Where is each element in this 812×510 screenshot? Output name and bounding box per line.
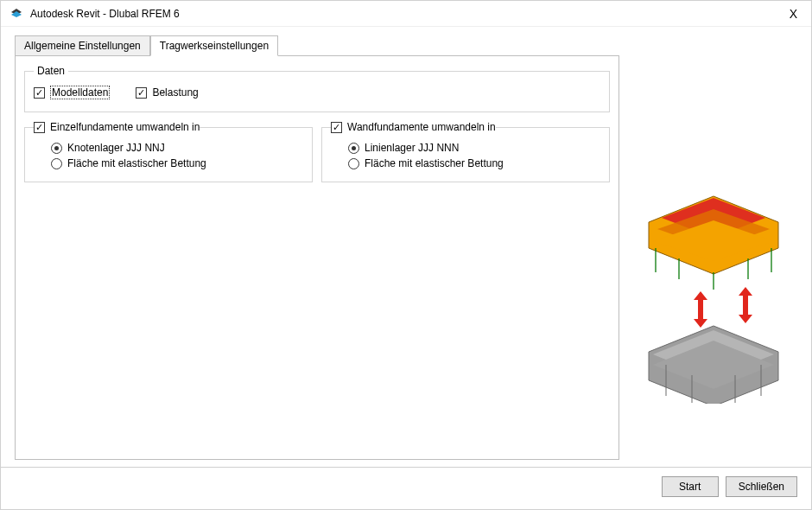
dialog-footer: Start Schließen: [1, 467, 811, 509]
radio-wall-line-label: Linienlager JJJ NNN: [365, 142, 459, 154]
radio-single-nodal[interactable]: Knotenlager JJJ NNJ: [51, 142, 303, 154]
titlebar: Autodesk Revit - Dlubal RFEM 6 X: [1, 1, 811, 27]
checkbox-loading-box: [136, 87, 147, 99]
group-wall-foundations: Wandfundamente umwandeln in Linienlager …: [321, 121, 610, 182]
svg-marker-11: [694, 291, 707, 328]
radio-single-nodal-dot: [51, 143, 62, 154]
checkbox-single-foundations-box: [34, 122, 45, 133]
dialog-body: Allgemeine Einstellungen Tragwerkseinste…: [1, 27, 811, 467]
close-icon[interactable]: X: [784, 5, 802, 22]
radio-single-surface-label: Fläche mit elastischer Bettung: [67, 157, 206, 169]
checkbox-model-data-box: [34, 87, 45, 99]
close-button[interactable]: Schließen: [726, 476, 797, 497]
radio-single-surface-dot: [51, 158, 62, 169]
radio-single-nodal-label: Knotenlager JJJ NNJ: [67, 142, 165, 154]
tab-general-label: Allgemeine Einstellungen: [24, 40, 141, 52]
checkbox-single-foundations[interactable]: Einzelfundamente umwandeln in: [34, 121, 200, 133]
checkbox-wall-foundations-box: [331, 122, 342, 133]
close-button-label: Schließen: [739, 481, 784, 493]
group-single-foundations: Einzelfundamente umwandeln in Knotenlage…: [24, 121, 313, 182]
radio-wall-line[interactable]: Linienlager JJJ NNN: [348, 142, 600, 154]
dialog-window: Autodesk Revit - Dlubal RFEM 6 X Allgeme…: [0, 0, 812, 510]
tab-general[interactable]: Allgemeine Einstellungen: [15, 35, 150, 56]
checkbox-model-data[interactable]: Modelldaten: [34, 86, 110, 99]
illustration-pane: [630, 35, 797, 460]
radio-wall-surface-dot: [348, 158, 359, 169]
tab-strip: Allgemeine Einstellungen Tragwerkseinste…: [15, 35, 619, 56]
radio-wall-surface-label: Fläche mit elastischer Bettung: [365, 157, 504, 169]
left-pane: Allgemeine Einstellungen Tragwerkseinste…: [15, 35, 619, 460]
tab-structural[interactable]: Tragwerkseinstellungen: [150, 35, 278, 56]
checkbox-loading[interactable]: Belastung: [136, 86, 198, 99]
content-row: Allgemeine Einstellungen Tragwerkseinste…: [15, 35, 797, 460]
group-data: Daten Modelldaten Belastung: [24, 65, 610, 112]
radio-single-surface[interactable]: Fläche mit elastischer Bettung: [51, 157, 303, 169]
start-button[interactable]: Start: [662, 476, 719, 497]
exchange-illustration: [631, 162, 796, 404]
window-title: Autodesk Revit - Dlubal RFEM 6: [30, 8, 180, 20]
group-single-foundations-legend: Einzelfundamente umwandeln in: [50, 121, 200, 133]
app-icon: [10, 7, 23, 21]
radio-wall-line-dot: [348, 143, 359, 154]
group-wall-foundations-legend: Wandfundamente umwandeln in: [347, 121, 496, 133]
tab-structural-label: Tragwerkseinstellungen: [160, 40, 269, 52]
svg-marker-12: [739, 287, 752, 323]
checkbox-loading-label: Belastung: [152, 86, 198, 99]
group-data-legend: Daten: [34, 65, 68, 77]
checkbox-model-data-label: Modelldaten: [50, 86, 110, 99]
checkbox-wall-foundations[interactable]: Wandfundamente umwandeln in: [331, 121, 496, 133]
tab-content-structural: Daten Modelldaten Belastung: [15, 55, 619, 460]
start-button-label: Start: [679, 481, 701, 493]
radio-wall-surface[interactable]: Fläche mit elastischer Bettung: [348, 157, 600, 169]
